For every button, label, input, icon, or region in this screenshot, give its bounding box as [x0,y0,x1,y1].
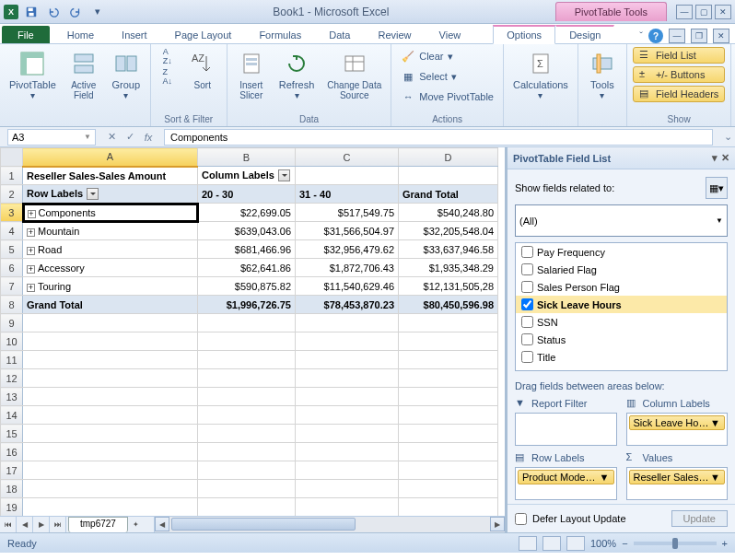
insert-slicer-button[interactable]: Insert Slicer [233,47,270,102]
pivottable-button[interactable]: PivotTable▾ [6,47,60,102]
save-button[interactable] [22,3,41,21]
field-headers-toggle[interactable]: ▤Field Headers [633,86,725,102]
field-list[interactable]: Pay Frequency Salaried Flag Sales Person… [515,242,728,371]
row-header[interactable]: 10 [1,332,23,351]
zoom-level[interactable]: 100% [590,538,616,549]
tab-view[interactable]: View [426,26,475,43]
row-header[interactable]: 9 [1,314,23,332]
expand-icon[interactable]: + [28,210,36,218]
active-field-button[interactable]: Active Field [65,47,102,102]
redo-button[interactable] [66,3,85,21]
sheet-tab[interactable]: tmp6727 [68,517,128,532]
move-pivottable-button[interactable]: ↔Move PivotTable [397,88,497,106]
grand-total-row-label[interactable]: Grand Total [23,296,198,314]
row-header[interactable]: 4 [1,222,23,240]
page-layout-view-button[interactable] [542,536,561,551]
row-header[interactable]: 5 [1,240,23,259]
selected-cell[interactable]: +Components [23,204,198,222]
field-item[interactable]: Sales Person Flag [516,278,727,296]
row-header[interactable]: 8 [1,296,23,314]
row-labels-dropdown[interactable] [87,188,99,200]
select-button[interactable]: ▦Select ▾ [397,67,497,86]
name-box[interactable]: A3▼ [7,129,96,146]
col-header-d[interactable]: D [399,148,498,167]
field-item[interactable]: Status [516,331,727,348]
row-labels-cell[interactable]: Row Labels [23,185,198,204]
values-area[interactable]: Reseller Sales…▼ [626,467,729,500]
expand-icon[interactable]: + [27,247,35,255]
tools-button[interactable]: Tools▾ [584,47,621,102]
field-checkbox[interactable] [521,263,533,275]
expand-icon[interactable]: + [27,284,35,292]
tab-home[interactable]: Home [53,26,108,43]
row-header[interactable]: 1 [1,167,23,185]
sheet-nav-prev[interactable]: ◀ [17,517,33,532]
scroll-right-button[interactable]: ▶ [490,517,505,531]
expand-icon[interactable]: + [27,265,35,274]
tab-options[interactable]: Options [493,25,555,44]
update-button[interactable]: Update [671,510,728,527]
field-checkbox[interactable] [521,246,533,258]
fx-button[interactable]: fx [140,129,157,146]
col-header-b[interactable]: B [198,148,296,167]
tab-review[interactable]: Review [364,26,425,43]
field-checkbox[interactable] [521,351,533,363]
row-header[interactable]: 14 [1,406,23,425]
panel-dropdown-icon[interactable]: ▾ [712,152,718,164]
sort-az-button[interactable]: AZ↓ [157,47,179,65]
sheet-nav-last[interactable]: ⏭ [50,517,66,532]
sheet-nav-next[interactable]: ▶ [33,517,50,532]
clear-button[interactable]: 🧹Clear ▾ [397,47,497,65]
col-header-c[interactable]: C [296,148,399,167]
row-header[interactable]: 19 [1,498,23,517]
row-header[interactable]: 16 [1,443,23,461]
minimize-button[interactable]: — [676,5,693,19]
enter-formula-icon[interactable]: ✓ [122,129,138,146]
maximize-button[interactable]: ▢ [695,5,712,19]
report-filter-area[interactable] [515,413,617,446]
row-header[interactable]: 17 [1,461,23,480]
calculations-button[interactable]: ΣCalculations▾ [509,47,572,102]
field-item[interactable]: SSN [516,313,727,331]
row-header[interactable]: 13 [1,388,23,406]
doc-minimize-button[interactable]: — [669,29,685,43]
area-chip[interactable]: Product Mode…▼ [518,470,614,484]
tab-page-layout[interactable]: Page Layout [161,26,246,43]
undo-button[interactable] [44,3,63,21]
column-labels-cell[interactable]: Column Labels [198,167,296,185]
zoom-in-button[interactable]: + [722,538,728,549]
field-list-toggle[interactable]: ☰Field List [633,47,725,64]
scroll-thumb[interactable] [171,518,356,531]
page-break-view-button[interactable] [566,536,585,551]
group-button[interactable]: Group▾ [108,47,145,102]
tab-file[interactable]: File [2,26,50,43]
pivot-title[interactable]: Reseller Sales-Sales Amount [23,167,198,185]
col-header-a[interactable]: A [23,148,198,167]
area-chip[interactable]: Sick Leave Ho…▼ [629,415,726,430]
cancel-formula-icon[interactable]: ✕ [103,129,120,146]
row-labels-area[interactable]: Product Mode…▼ [515,467,617,500]
field-item[interactable]: Title [516,348,727,366]
qat-customize[interactable]: ▾ [88,3,107,21]
show-fields-select[interactable]: (All)▼ [515,204,728,237]
normal-view-button[interactable] [519,536,537,551]
scroll-left-button[interactable]: ◀ [155,517,169,531]
panel-close-button[interactable]: ✕ [721,152,729,164]
expand-icon[interactable]: + [27,228,35,237]
row-header[interactable]: 6 [1,259,23,277]
field-item[interactable]: Salaried Flag [516,261,727,278]
layout-options-button[interactable]: ▦▾ [706,177,728,199]
zoom-slider[interactable] [634,542,717,545]
column-labels-dropdown[interactable] [278,169,290,181]
row-header[interactable]: 3 [1,204,23,222]
area-chip[interactable]: Reseller Sales…▼ [629,470,726,484]
row-header[interactable]: 12 [1,369,23,388]
sort-za-button[interactable]: ZA↓ [157,67,179,86]
field-checkbox[interactable] [521,316,533,328]
spreadsheet-grid[interactable]: ABCD 1Reseller Sales-Sales AmountColumn … [0,147,498,516]
help-button[interactable]: ? [648,29,663,43]
field-checkbox[interactable] [521,333,533,345]
doc-restore-button[interactable]: ❐ [691,29,707,43]
row-header[interactable]: 11 [1,351,23,369]
formula-bar-expand[interactable]: ⌄ [720,131,735,143]
